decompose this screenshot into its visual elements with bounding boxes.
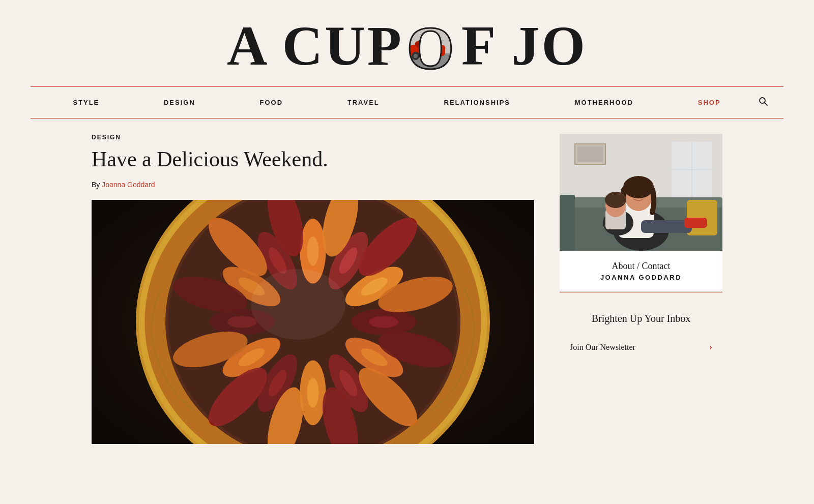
site-header: A CUP O O (0, 0, 814, 81)
nav-relationships[interactable]: RELATIONSHIPS (439, 90, 516, 115)
logo-part1: A CUP (227, 18, 403, 74)
nav-design[interactable]: DESIGN (159, 90, 200, 115)
sidebar: About / Contact JOANNA GODDARD Brighten … (560, 134, 722, 444)
svg-point-77 (605, 192, 626, 208)
sidebar-profile: About / Contact JOANNA GODDARD (560, 134, 722, 292)
newsletter-button-label: Join Our Newsletter (570, 343, 635, 352)
about-contact-label: About / Contact (568, 261, 714, 272)
article-category: DESIGN (92, 134, 534, 141)
svg-point-59 (251, 269, 345, 340)
profile-info: About / Contact JOANNA GODDARD (560, 251, 722, 292)
svg-rect-66 (560, 195, 575, 251)
tart-svg (92, 200, 534, 444)
nav-items: STYLE DESIGN FOOD TRAVEL RELATIONSHIPS M… (41, 90, 753, 115)
svg-text:O: O (406, 15, 458, 76)
article-image (92, 200, 534, 444)
article-section: DESIGN Have a Delicious Weekend. By Joan… (92, 134, 534, 444)
nav-shop[interactable]: SHOP (693, 90, 726, 115)
nav-food[interactable]: FOOD (255, 90, 288, 115)
svg-rect-73 (684, 218, 707, 228)
nav-motherhood[interactable]: MOTHERHOOD (570, 90, 638, 115)
chevron-right-icon: › (709, 342, 712, 352)
logo-text: A CUP O O (227, 15, 587, 76)
site-logo[interactable]: A CUP O O (227, 15, 587, 76)
logo-part2: F JO (461, 18, 587, 74)
main-nav: STYLE DESIGN FOOD TRAVEL RELATIONSHIPS M… (31, 86, 783, 118)
svg-rect-63 (577, 146, 603, 162)
search-icon[interactable] (753, 87, 773, 118)
nav-travel[interactable]: TRAVEL (342, 90, 385, 115)
main-content: DESIGN Have a Delicious Weekend. By Joan… (51, 118, 763, 459)
article-byline: By Joanna Goddard (92, 181, 534, 189)
svg-line-14 (765, 103, 768, 106)
nav-style[interactable]: STYLE (68, 90, 104, 115)
byline-prefix: By (92, 181, 102, 189)
profile-photo-svg (560, 134, 722, 251)
profile-name: JOANNA GODDARD (568, 274, 714, 281)
newsletter-title: Brighten Up Your Inbox (560, 313, 722, 324)
newsletter-join-button[interactable]: Join Our Newsletter › (560, 334, 722, 361)
article-title: Have a Delicious Weekend. (92, 147, 534, 171)
author-link[interactable]: Joanna Goddard (102, 181, 155, 189)
profile-image (560, 134, 722, 251)
sidebar-divider (560, 292, 722, 292)
logo-o-icon: O O (404, 15, 460, 76)
sidebar-newsletter: Brighten Up Your Inbox Join Our Newslett… (560, 303, 722, 366)
svg-point-71 (623, 176, 654, 198)
